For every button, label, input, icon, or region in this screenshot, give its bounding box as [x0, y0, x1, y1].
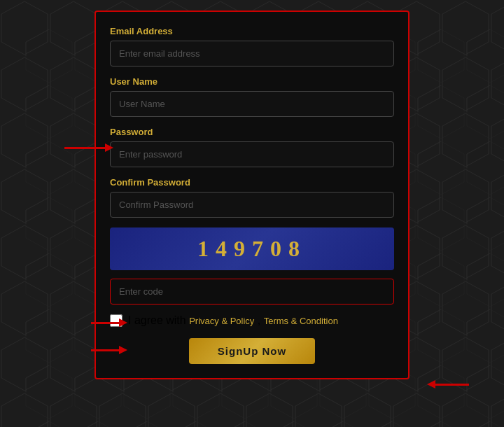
username-input[interactable] — [110, 91, 394, 117]
captcha-box: 149708 — [110, 227, 394, 270]
password-input[interactable] — [110, 141, 394, 167]
privacy-policy-link[interactable]: Privacy & Policy — [189, 316, 254, 326]
confirm-password-field-group: Confirm Password — [110, 177, 394, 218]
username-label: User Name — [110, 76, 394, 87]
captcha-code-input[interactable] — [110, 279, 394, 304]
signup-button[interactable]: SignUp Now — [189, 338, 315, 364]
confirm-password-input[interactable] — [110, 192, 394, 218]
page-container: Email Address User Name Password Confirm… — [0, 0, 504, 427]
username-field-group: User Name — [110, 76, 394, 117]
password-label: Password — [110, 127, 394, 137]
signup-arrow-indicator — [434, 384, 469, 386]
agree-row: I agree with Privacy & Policy , Terms & … — [110, 314, 394, 327]
code-arrow-indicator — [91, 322, 120, 324]
agree-text: I agree with Privacy & Policy , Terms & … — [128, 314, 338, 327]
confirm-password-label: Confirm Password — [110, 177, 394, 188]
email-input[interactable] — [110, 41, 394, 66]
terms-condition-link[interactable]: Terms & Condition — [264, 316, 338, 326]
email-label: Email Address — [110, 26, 394, 36]
agree-arrow-indicator — [91, 349, 120, 351]
form-arrow-indicator — [64, 147, 106, 149]
signup-form-card: Email Address User Name Password Confirm… — [94, 10, 410, 379]
email-field-group: Email Address — [110, 26, 394, 66]
captcha-value: 149708 — [197, 236, 307, 261]
password-field-group: Password — [110, 127, 394, 167]
